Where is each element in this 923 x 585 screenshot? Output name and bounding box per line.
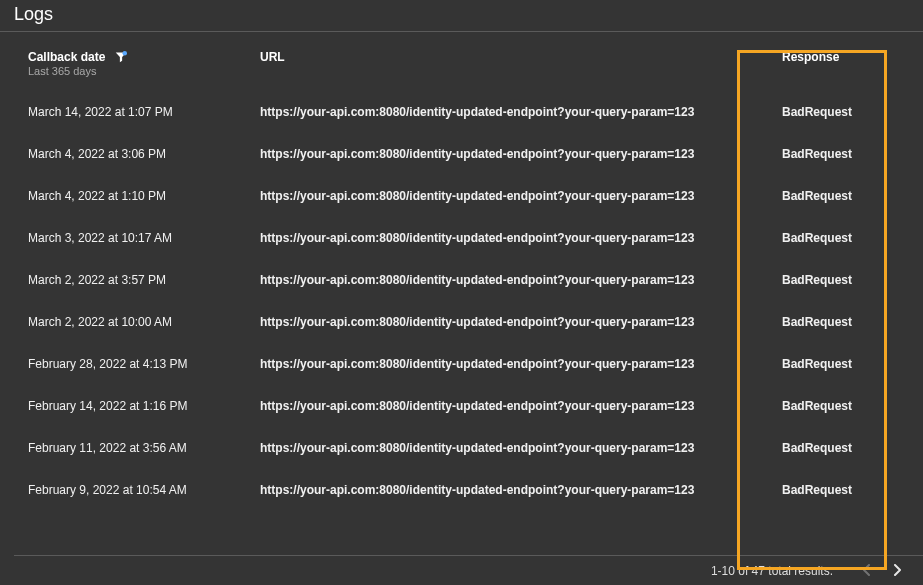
chevron-left-icon — [862, 562, 872, 580]
cell-response: BadRequest — [740, 259, 909, 301]
column-header-url[interactable]: URL — [260, 50, 285, 64]
cell-url: https://your-api.com:8080/identity-updat… — [260, 385, 740, 427]
cell-url: https://your-api.com:8080/identity-updat… — [260, 133, 740, 175]
table-row[interactable]: February 11, 2022 at 3:56 AMhttps://your… — [14, 427, 909, 469]
cell-response: BadRequest — [740, 385, 909, 427]
cell-url: https://your-api.com:8080/identity-updat… — [260, 91, 740, 133]
cell-url: https://your-api.com:8080/identity-updat… — [260, 175, 740, 217]
table-row[interactable]: March 2, 2022 at 3:57 PMhttps://your-api… — [14, 259, 909, 301]
cell-callback-date: March 2, 2022 at 10:00 AM — [14, 301, 260, 343]
prev-page-button[interactable] — [855, 559, 879, 583]
column-header-date[interactable]: Callback date — [28, 50, 105, 64]
svg-point-0 — [122, 51, 127, 56]
cell-callback-date: March 2, 2022 at 3:57 PM — [14, 259, 260, 301]
cell-response: BadRequest — [740, 217, 909, 259]
cell-callback-date: February 9, 2022 at 10:54 AM — [14, 469, 260, 511]
column-header-response[interactable]: Response — [782, 50, 839, 64]
cell-url: https://your-api.com:8080/identity-updat… — [260, 259, 740, 301]
chevron-right-icon — [892, 562, 902, 580]
table-footer: 1-10 of 47 total results. — [14, 555, 923, 585]
filter-icon[interactable] — [115, 50, 127, 64]
cell-callback-date: February 11, 2022 at 3:56 AM — [14, 427, 260, 469]
table-row[interactable]: February 28, 2022 at 4:13 PMhttps://your… — [14, 343, 909, 385]
page-title: Logs — [0, 0, 923, 31]
cell-callback-date: March 3, 2022 at 10:17 AM — [14, 217, 260, 259]
table-row[interactable]: March 4, 2022 at 1:10 PMhttps://your-api… — [14, 175, 909, 217]
logs-table: Callback date Last 365 days URL — [14, 50, 909, 511]
cell-callback-date: March 4, 2022 at 1:10 PM — [14, 175, 260, 217]
table-row[interactable]: February 9, 2022 at 10:54 AMhttps://your… — [14, 469, 909, 511]
table-row[interactable]: March 4, 2022 at 3:06 PMhttps://your-api… — [14, 133, 909, 175]
table-row[interactable]: February 14, 2022 at 1:16 PMhttps://your… — [14, 385, 909, 427]
cell-url: https://your-api.com:8080/identity-updat… — [260, 343, 740, 385]
cell-callback-date: March 4, 2022 at 3:06 PM — [14, 133, 260, 175]
next-page-button[interactable] — [885, 559, 909, 583]
table-row[interactable]: March 14, 2022 at 1:07 PMhttps://your-ap… — [14, 91, 909, 133]
cell-callback-date: February 28, 2022 at 4:13 PM — [14, 343, 260, 385]
logs-table-area: Callback date Last 365 days URL — [0, 32, 923, 511]
cell-response: BadRequest — [740, 91, 909, 133]
table-row[interactable]: March 3, 2022 at 10:17 AMhttps://your-ap… — [14, 217, 909, 259]
cell-url: https://your-api.com:8080/identity-updat… — [260, 217, 740, 259]
cell-url: https://your-api.com:8080/identity-updat… — [260, 427, 740, 469]
cell-response: BadRequest — [740, 175, 909, 217]
results-range: 1-10 of 47 total results. — [711, 564, 833, 578]
cell-response: BadRequest — [740, 469, 909, 511]
table-row[interactable]: March 2, 2022 at 10:00 AMhttps://your-ap… — [14, 301, 909, 343]
cell-url: https://your-api.com:8080/identity-updat… — [260, 469, 740, 511]
cell-response: BadRequest — [740, 427, 909, 469]
cell-url: https://your-api.com:8080/identity-updat… — [260, 301, 740, 343]
cell-callback-date: March 14, 2022 at 1:07 PM — [14, 91, 260, 133]
cell-response: BadRequest — [740, 343, 909, 385]
cell-callback-date: February 14, 2022 at 1:16 PM — [14, 385, 260, 427]
date-filter-label: Last 365 days — [28, 64, 260, 89]
cell-response: BadRequest — [740, 133, 909, 175]
cell-response: BadRequest — [740, 301, 909, 343]
